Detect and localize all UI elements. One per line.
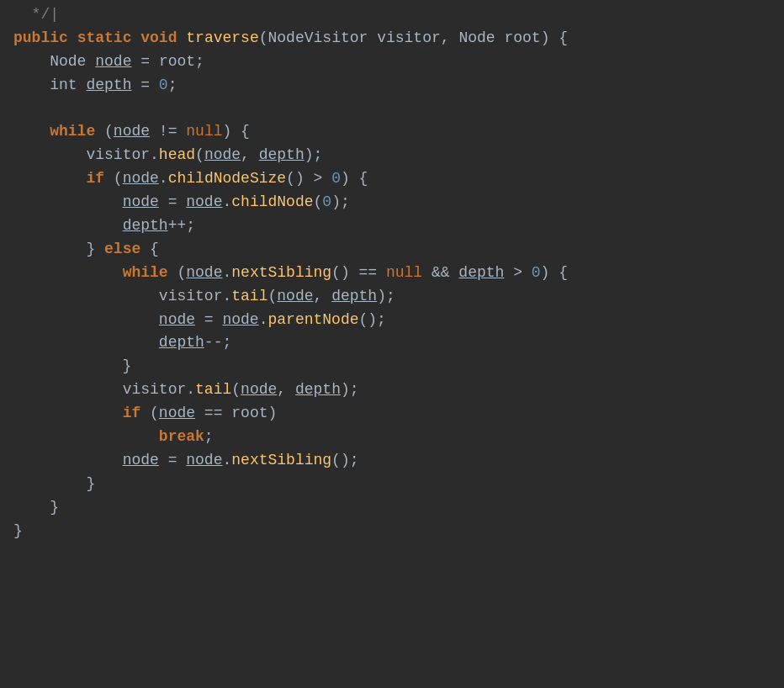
var-node-2: node [114,120,150,144]
keyword-while-2: while [123,262,168,285]
num-zero-2: 0 [331,167,341,191]
keyword-while-1: while [50,120,95,144]
line-node-child: node = node.childNode(0); [13,191,784,214]
line-blank-1 [13,98,784,121]
comment-end-text: */ [13,3,50,27]
type-int: int [50,74,77,98]
method-traverse: traverse [186,27,258,50]
line-close-method: } [13,520,784,543]
var-node-1: node [95,50,131,74]
var-node-14: node [186,449,222,473]
keyword-static: static [77,27,132,50]
keyword-void: void [140,27,177,50]
method-tail-2: tail [195,378,231,402]
line-int-init: int depth = 0; [13,74,784,98]
var-depth-7: depth [295,378,341,402]
line-visitor-tail-2: visitor.tail(node, depth); [13,378,784,402]
line-if-root: if (node == root) [13,402,784,426]
param-root: root [504,27,540,50]
keyword-break: break [159,426,204,449]
var-node-3: node [204,144,241,167]
var-node-4: node [123,167,159,191]
var-visitor-3: visitor [123,378,187,402]
var-node-12: node [159,402,195,426]
method-head: head [159,144,195,167]
keyword-if-2: if [123,402,141,426]
keyword-else: else [104,238,140,262]
keyword-public: public [13,27,68,50]
line-if-child: if (node.childNodeSize() > 0) { [13,167,784,191]
cursor: | [50,3,59,27]
var-root-1: root [159,50,195,74]
var-node-13: node [123,449,159,473]
num-zero-4: 0 [532,262,541,285]
line-close-inner-while: } [13,355,784,378]
method-nextsibling-1: nextSibling [231,262,331,285]
line-close-else: } [13,473,784,496]
var-node-11: node [241,378,277,402]
param-type-node: Node [458,27,495,50]
method-parentnode: parentNode [268,309,358,332]
num-zero-1: 0 [159,74,168,98]
line-break: break; [13,426,784,449]
var-depth-4: depth [458,262,504,285]
line-close-while: } [13,496,784,520]
line-node-init: Node node = root; [13,50,784,74]
keyword-null-2: null [386,262,422,285]
method-childnode: childNode [231,191,313,214]
line-while-sibling: while (node.nextSibling() == null && dep… [13,262,784,285]
type-node: Node [50,50,86,74]
line-method-sig: public static void traverse(NodeVisitor … [13,27,784,50]
param-visitor: visitor [377,27,441,50]
method-tail-1: tail [231,285,268,309]
line-while-start: while (node != null) { [13,120,784,144]
line-visitor-tail-1: visitor.tail(node, depth); [13,285,784,309]
keyword-null-1: null [186,120,222,144]
line-else-start: } else { [13,238,784,262]
var-node-5: node [123,191,159,214]
code-editor: */| public static void traverse(NodeVisi… [0,0,784,688]
method-childnodesize: childNodeSize [168,167,286,191]
var-node-7: node [186,262,222,285]
var-node-8: node [277,285,313,309]
param-type-nodevisitor: NodeVisitor [268,27,368,50]
var-node-6: node [186,191,222,214]
var-depth-2: depth [259,144,305,167]
var-node-9: node [159,309,195,332]
line-comment-end: */| [13,3,784,27]
line-depth-inc: depth++; [13,214,784,238]
var-node-10: node [222,309,258,332]
num-zero-3: 0 [322,191,331,214]
line-node-parent: node = node.parentNode(); [13,309,784,332]
line-visitor-head: visitor.head(node, depth); [13,144,784,167]
line-node-sibling: node = node.nextSibling(); [13,449,784,473]
method-nextsibling-2: nextSibling [231,449,331,473]
var-visitor-2: visitor [159,285,223,309]
keyword-if-1: if [86,167,104,191]
var-depth-1: depth [86,74,131,98]
var-depth-5: depth [331,285,377,309]
var-depth-6: depth [159,331,204,355]
var-visitor-1: visitor [86,144,150,167]
line-depth-dec: depth--; [13,331,784,355]
var-depth-3: depth [123,214,168,238]
var-root-2: root [231,402,268,426]
